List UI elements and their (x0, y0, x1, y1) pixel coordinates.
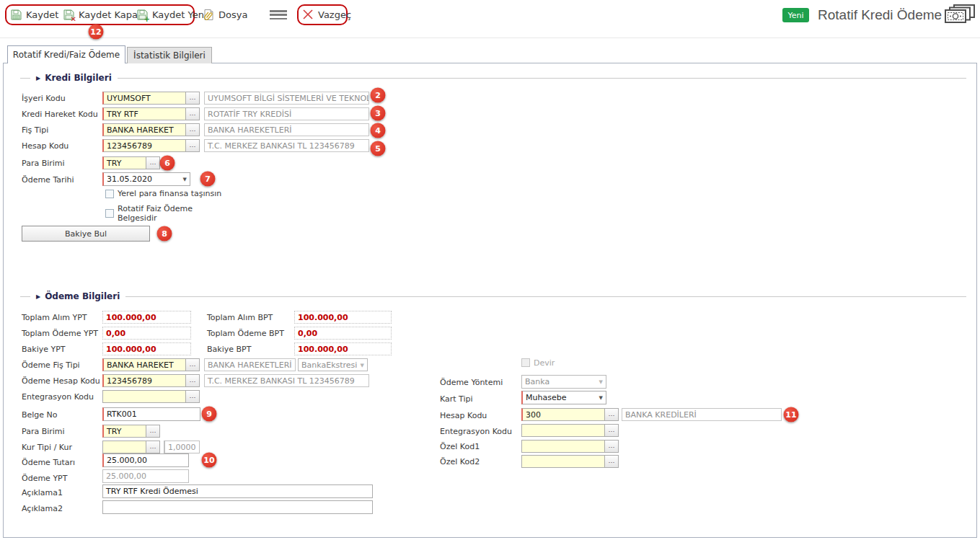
cancel-button[interactable]: Vazgeç (302, 6, 351, 22)
rotatif-faiz-checkbox[interactable] (105, 209, 114, 218)
kur-tipi-label: Kur Tipi / Kur (22, 443, 72, 452)
odeme-fis-tipi-lookup-button[interactable]: … (186, 358, 200, 371)
para-birimi-lookup-button[interactable]: … (146, 156, 160, 169)
dropdown-caret-icon: ▼ (599, 379, 603, 385)
save-button[interactable]: Kaydet (10, 6, 58, 22)
kur-value-input: 1,0000 (164, 441, 200, 453)
file-button[interactable]: Dosya (203, 6, 247, 22)
aciklama1-input[interactable]: TRY RTF Kredi Ödemesi (102, 484, 373, 498)
payment-section-header[interactable]: ▶ Ödeme Bilgileri (20, 291, 966, 301)
file-paperclip-icon (203, 9, 215, 21)
odeme-para-birimi-lookup-button[interactable]: … (146, 425, 160, 438)
save-floppy-icon (10, 9, 22, 21)
toplam-alim-ypt-value: 100.000,00 (102, 311, 191, 324)
ozel-kod2-input[interactable] (521, 455, 605, 468)
fis-tipi-label: Fiş Tipi (22, 125, 48, 135)
bakiye-bul-button[interactable]: Bakiye Bul (22, 226, 150, 242)
odeme-fis-kaynak-value: BankaEkstresi (301, 360, 357, 370)
ozel-kod1-lookup-button[interactable]: … (605, 440, 619, 453)
muhasebe-hesap-kodu-input[interactable]: 300 (521, 408, 605, 421)
annotation-badge-2: 2 (371, 88, 386, 103)
odeme-fis-tipi-description: BANKA HAREKETLERİ (204, 358, 296, 371)
devir-checkbox (521, 358, 530, 367)
ozel-kod1-input[interactable] (521, 440, 605, 453)
odeme-fis-tipi-input[interactable]: BANKA HAREKET (102, 358, 186, 371)
save-new-button[interactable]: + Kaydet Yeni (136, 6, 207, 22)
entegrasyon-kodu-lookup-button[interactable]: … (186, 390, 200, 403)
ozel-kod2-lookup-button[interactable]: … (605, 455, 619, 468)
rotatif-faiz-checkbox-label-line1: Rotatif Faiz Ödeme (118, 204, 193, 213)
toolbar-divider (0, 37, 980, 38)
ozel-kod2-label: Özel Kod2 (440, 457, 480, 466)
save-close-floppy-icon: ✕ (63, 9, 75, 21)
belge-no-input[interactable]: RTK001 (102, 407, 200, 421)
kur-tipi-lookup-button[interactable]: … (146, 441, 160, 453)
menu-hamburger-icon[interactable] (270, 10, 287, 19)
save-close-button-label: Kaydet Kapat (79, 9, 141, 20)
toplam-alim-bpt-label: Toplam Alım BPT (207, 313, 273, 322)
odeme-para-birimi-input[interactable]: TRY (102, 425, 146, 438)
annotation-badge-9: 9 (202, 407, 217, 422)
entegrasyon-kodu2-lookup-button[interactable]: … (605, 424, 619, 437)
tab-istatistik-bilgileri[interactable]: İstatistik Bilgileri (127, 47, 212, 63)
kredi-hareket-kodu-label: Kredi Hareket Kodu (22, 110, 98, 119)
muhasebe-hesap-kodu-description: BANKA KREDİLERİ (622, 408, 782, 421)
page-title: Rotatif Kredi Ödeme (818, 7, 942, 23)
odeme-fis-tipi-label: Ödeme Fiş Tipi (22, 360, 80, 370)
app-window: Kaydet ✕ Kaydet Kapat + Kaydet Yeni Dosy… (0, 0, 980, 540)
save-close-button[interactable]: ✕ Kaydet Kapat (63, 6, 141, 22)
hesap-kodu-description: T.C. MERKEZ BANKASI TL 123456789 (204, 139, 369, 152)
bakiye-bpt-value: 100.000,00 (294, 342, 392, 355)
isyeri-kodu-input[interactable]: UYUMSOFT (102, 92, 186, 105)
save-button-label: Kaydet (26, 9, 58, 20)
kart-tipi-dropdown[interactable]: Muhasebe▼ (521, 391, 606, 404)
odeme-ypt-label: Ödeme YPT (22, 474, 67, 483)
annotation-badge-10: 10 (202, 453, 217, 468)
aciklama2-input[interactable] (102, 500, 373, 514)
tab-rotatif-kredi-faiz-odeme[interactable]: Rotatif Kredi/Faiz Ödeme (7, 45, 125, 63)
para-birimi-input[interactable]: TRY (102, 156, 146, 169)
section-collapse-arrow-icon: ▶ (36, 293, 40, 300)
credit-section-header[interactable]: ▶ Kredi Bilgileri (20, 73, 966, 83)
entegrasyon-kodu-input[interactable] (102, 390, 186, 403)
yerel-para-checkbox[interactable] (105, 190, 114, 198)
toplam-alim-ypt-label: Toplam Alım YPT (22, 313, 87, 322)
ozel-kod1-label: Özel Kod1 (440, 442, 480, 451)
kart-tipi-label: Kart Tipi (440, 394, 473, 404)
toplam-alim-bpt-value: 100.000,00 (294, 311, 392, 324)
hesap-kodu-input[interactable]: 123456789 (102, 139, 186, 152)
credit-section-title: Kredi Bilgileri (45, 73, 112, 83)
kredi-hareket-kodu-input[interactable]: TRY RTF (102, 107, 186, 120)
aciklama1-label: Açıklama1 (22, 488, 63, 497)
odeme-hesap-kodu-input[interactable]: 123456789 (102, 374, 186, 387)
odeme-hesap-kodu-lookup-button[interactable]: … (186, 374, 200, 387)
fis-tipi-input[interactable]: BANKA HAREKET (102, 123, 186, 136)
kredi-hareket-kodu-lookup-button[interactable]: … (186, 107, 200, 120)
dropdown-caret-icon: ▼ (599, 395, 603, 401)
entegrasyon-kodu2-input[interactable] (521, 424, 605, 437)
yerel-para-checkbox-label: Yerel para finansa taşınsın (118, 189, 221, 198)
hesap-kodu-lookup-button[interactable]: … (186, 139, 200, 152)
bakiye-bpt-label: Bakiye BPT (207, 345, 251, 354)
tab-active-label: Rotatif Kredi/Faiz Ödeme (13, 50, 120, 60)
toplam-odeme-ypt-value: 0,00 (102, 327, 191, 340)
kredi-hareket-kodu-description: ROTATİF TRY KREDİSİ (204, 107, 369, 120)
fis-tipi-description: BANKA HAREKETLERİ (204, 123, 369, 136)
fis-tipi-lookup-button[interactable]: … (186, 123, 200, 136)
toplam-odeme-bpt-value: 0,00 (294, 327, 392, 340)
kur-tipi-input[interactable] (102, 441, 146, 453)
odeme-para-birimi-label: Para Birimi (22, 427, 65, 436)
isyeri-kodu-lookup-button[interactable]: … (186, 92, 200, 105)
odeme-tutari-input[interactable]: 25.000,00 (102, 453, 189, 467)
odeme-fis-kaynak-dropdown: BankaEkstresi▼ (298, 358, 368, 371)
para-birimi-label: Para Birimi (22, 159, 65, 168)
odeme-yontemi-dropdown: Banka▼ (521, 375, 606, 389)
save-new-button-label: Kaydet Yeni (152, 9, 207, 20)
muhasebe-hesap-kodu-lookup-button[interactable]: … (605, 408, 619, 421)
annotation-badge-7: 7 (200, 172, 216, 187)
annotation-badge-5: 5 (371, 141, 386, 156)
annotation-badge-11: 11 (784, 407, 799, 422)
entegrasyon-kodu-label: Entegrasyon Kodu (22, 392, 94, 402)
odeme-tarihi-datepicker[interactable]: 31.05.2020▼ (102, 172, 190, 186)
bakiye-ypt-label: Bakiye YPT (22, 345, 66, 354)
